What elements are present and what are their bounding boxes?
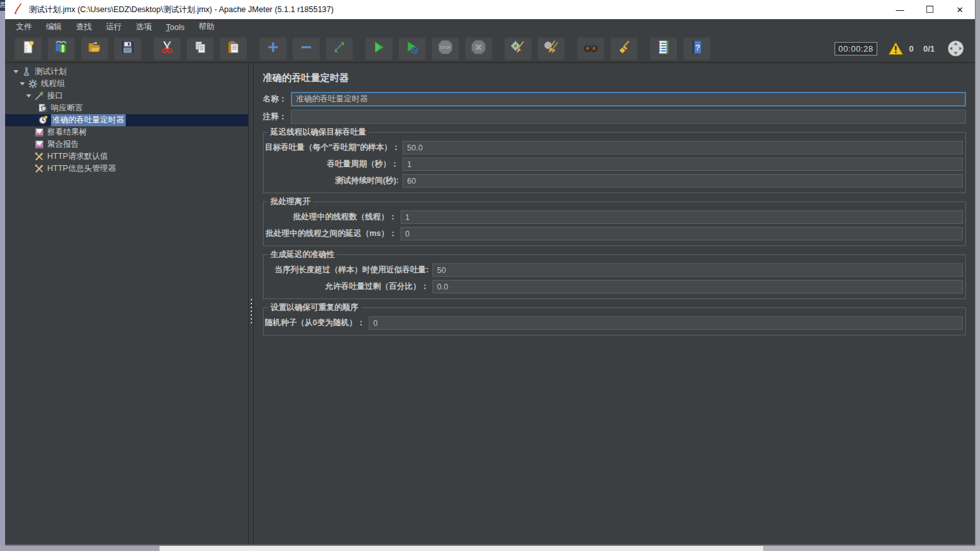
section-delay-threads: 延迟线程以确保目标吞吐量 目标吞吐量（每个"吞吐期"的样本）： 吞吐量周期（秒）…: [263, 132, 966, 193]
tree-item-sampler[interactable]: 接口: [5, 90, 248, 102]
stop-sign-icon: STOP: [437, 39, 454, 58]
target-throughput-label: 目标吞吐量（每个"吞吐期"的样本）：: [265, 142, 403, 153]
test-plan-tree: 测试计划 线程组: [5, 63, 249, 545]
random-seed-input[interactable]: [369, 316, 963, 330]
timer-clock-icon: [38, 115, 48, 125]
start-button[interactable]: [366, 38, 392, 60]
background-window-edge-left: 用: [0, 0, 5, 546]
tree-item-label: 察看结果树: [47, 127, 87, 138]
expand-triangle-icon[interactable]: [26, 94, 31, 98]
comment-input[interactable]: [291, 110, 966, 124]
background-window-edge-right: [976, 0, 980, 546]
help-button[interactable]: ?: [683, 38, 710, 60]
target-throughput-input[interactable]: [403, 141, 963, 154]
name-input[interactable]: [291, 92, 966, 107]
screen: 用 测试计划.jmx (C:\Users\EDZ\Desktop\测试计划.jm…: [0, 0, 980, 551]
tree-item-http-header-manager[interactable]: HTTP信息头管理器: [5, 163, 248, 175]
taskbar-strip: [0, 546, 980, 551]
paste-button[interactable]: [220, 38, 247, 60]
add-button[interactable]: [260, 38, 286, 60]
maximize-button[interactable]: ☐: [915, 0, 945, 19]
title-bar: 测试计划.jmx (C:\Users\EDZ\Desktop\测试计划.jmx)…: [5, 0, 975, 19]
play-no-timers-icon: [405, 40, 420, 57]
menu-options[interactable]: 选项: [129, 20, 159, 34]
svg-text:STOP: STOP: [440, 45, 451, 50]
menu-edit[interactable]: 编辑: [39, 20, 69, 34]
tree-item-label: 线程组: [41, 78, 65, 89]
tree-item-test-plan[interactable]: 测试计划: [5, 66, 248, 78]
tree-item-response-assertion[interactable]: 响应断言: [5, 102, 248, 114]
save-button[interactable]: [114, 38, 141, 60]
comment-row: 注释：: [263, 110, 966, 124]
window-controls: — ☐ ✕: [885, 0, 975, 19]
play-icon: [371, 40, 387, 57]
divider-drag-handle-icon[interactable]: [250, 298, 253, 325]
templates-icon: [54, 40, 69, 57]
minus-icon: [299, 40, 314, 57]
copy-button[interactable]: [187, 38, 214, 60]
clear-button[interactable]: [505, 38, 531, 60]
split-pane-divider[interactable]: [249, 63, 254, 545]
tree-item-aggregate-report[interactable]: 聚合报告: [5, 138, 248, 151]
close-button[interactable]: ✕: [945, 0, 975, 19]
section-title: 批处理离开: [268, 196, 313, 207]
expand-triangle-icon[interactable]: [20, 82, 25, 85]
name-label: 名称：: [263, 94, 291, 105]
form-row: 当序列长度超过（样本）时使用近似吞吐量:: [265, 263, 963, 277]
start-no-timers-button[interactable]: [399, 38, 426, 60]
batch-threads-input[interactable]: [401, 210, 963, 224]
active-threads-ratio[interactable]: 0/1: [923, 44, 935, 54]
toggle-button[interactable]: [326, 38, 353, 60]
shutdown-icon: [470, 39, 487, 58]
plus-icon: [265, 40, 281, 57]
tree-item-thread-group[interactable]: 线程组: [5, 78, 248, 90]
elapsed-timer: 00:00:28: [835, 42, 877, 55]
test-duration-label: 测试持续时间(秒):: [265, 175, 403, 186]
new-file-icon: [20, 40, 36, 57]
form-row: 吞吐量周期（秒）：: [265, 158, 963, 171]
copy-icon: [193, 40, 208, 57]
remove-button[interactable]: [293, 38, 320, 60]
expand-triangle-icon[interactable]: [13, 70, 19, 73]
minimize-button[interactable]: —: [885, 0, 915, 19]
form-row: 允许吞吐量过剩（百分比）：: [265, 280, 963, 293]
templates-button[interactable]: [48, 38, 75, 60]
binoculars-icon: [583, 39, 599, 58]
new-button[interactable]: [15, 38, 41, 60]
cut-button[interactable]: [154, 38, 181, 60]
jmeter-feather-icon: [13, 3, 22, 17]
tree-item-label: 响应断言: [51, 103, 83, 114]
log-error-count: 0: [909, 44, 914, 54]
tree-item-view-results-tree[interactable]: 察看结果树: [5, 126, 248, 138]
tree-item-http-request-defaults[interactable]: HTTP请求默认值: [5, 151, 248, 163]
throughput-surplus-label: 允许吞吐量过剩（百分比）：: [265, 281, 433, 292]
menu-run[interactable]: 运行: [99, 20, 129, 34]
search-button[interactable]: [577, 38, 604, 60]
paste-clipboard-icon: [226, 40, 241, 57]
config-tools-icon: [34, 164, 44, 173]
clear-all-button[interactable]: [538, 38, 565, 60]
function-helper-button[interactable]: [650, 38, 677, 60]
window-title: 测试计划.jmx (C:\Users\EDZ\Desktop\测试计划.jmx)…: [29, 4, 334, 15]
throughput-period-input[interactable]: [403, 158, 963, 171]
throughput-surplus-input[interactable]: [433, 280, 963, 293]
menu-file[interactable]: 文件: [9, 20, 39, 34]
menu-bar: 文件 编辑 查找 运行 选项 Tools 帮助: [5, 19, 975, 35]
shutdown-button[interactable]: [465, 38, 492, 60]
stop-button[interactable]: STOP: [432, 38, 459, 60]
gear-broom-icon: [510, 39, 526, 58]
tree-item-label: 聚合报告: [47, 139, 79, 150]
menu-help[interactable]: 帮助: [191, 20, 221, 34]
menu-tools[interactable]: Tools: [159, 21, 191, 34]
section-title: 生成延迟的准确性: [268, 249, 337, 260]
approximate-throughput-input[interactable]: [433, 263, 963, 277]
tree-item-precise-throughput-timer[interactable]: 准确的吞吐量定时器: [5, 114, 248, 126]
open-button[interactable]: [81, 38, 108, 60]
batch-delay-input[interactable]: [401, 227, 963, 240]
menu-search[interactable]: 查找: [69, 20, 99, 34]
reset-search-button[interactable]: [611, 38, 637, 60]
test-duration-input[interactable]: [403, 174, 963, 187]
warning-icon[interactable]: [888, 41, 903, 55]
cut-scissors-icon: [160, 40, 175, 57]
notebook-icon: [655, 39, 672, 58]
